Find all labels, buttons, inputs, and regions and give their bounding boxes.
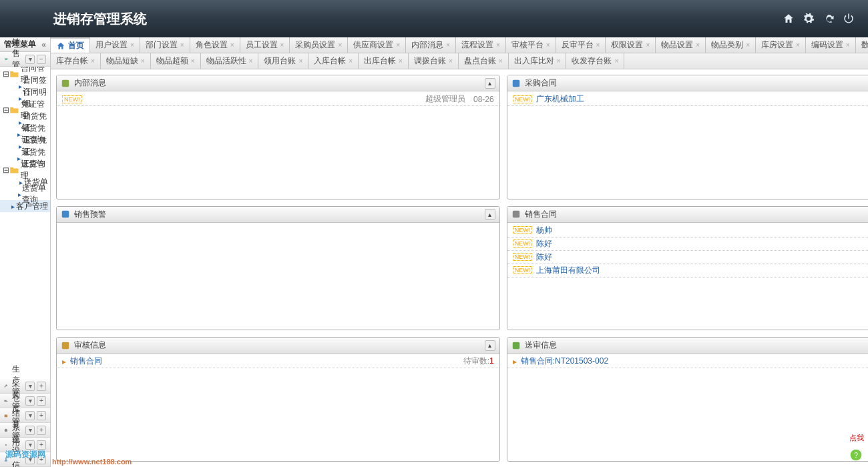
item-link[interactable]: 销售合同:NT201503-002: [521, 356, 608, 367]
tab[interactable]: 权限设置×: [606, 37, 656, 53]
close-icon[interactable]: ×: [280, 41, 284, 49]
expand-icon[interactable]: ▾: [25, 55, 35, 64]
collapse-sidebar-icon[interactable]: «: [41, 40, 46, 49]
item-link[interactable]: 销售合同: [70, 356, 102, 367]
refresh-icon[interactable]: [823, 13, 835, 25]
close-icon[interactable]: ×: [546, 41, 550, 49]
tab[interactable]: 流程设置×: [456, 37, 506, 53]
tree-folder[interactable]: ⊟送货管理: [0, 164, 50, 176]
home-icon[interactable]: [783, 13, 795, 25]
close-icon[interactable]: ×: [796, 41, 800, 49]
close-icon[interactable]: ×: [230, 41, 234, 49]
item-link[interactable]: 陈好: [536, 238, 552, 250]
help-icon[interactable]: ?: [849, 448, 863, 462]
tab[interactable]: 员工设置×: [240, 37, 290, 53]
close-icon[interactable]: ×: [846, 41, 850, 49]
close-icon[interactable]: ×: [396, 41, 400, 49]
close-icon[interactable]: ×: [91, 57, 95, 65]
tab[interactable]: 编码设置×: [806, 37, 856, 53]
tab[interactable]: 内部消息×: [406, 37, 456, 53]
panel-header: 采购合同▴: [507, 75, 868, 91]
svg-point-3: [5, 444, 7, 445]
wrench-icon: [4, 382, 8, 391]
tab[interactable]: 出库台帐×: [359, 53, 409, 69]
svg-point-4: [5, 458, 7, 459]
collapse-icon[interactable]: ▴: [485, 340, 495, 351]
list-item[interactable]: NEW!超级管理员08-26: [57, 93, 499, 106]
plus-icon[interactable]: +: [37, 382, 46, 391]
tree-item[interactable]: ▸ 客户管理: [0, 200, 50, 212]
panel-header: 销售预警▴: [57, 207, 499, 223]
tab[interactable]: 领用台账×: [258, 53, 308, 69]
close-icon[interactable]: ×: [696, 41, 700, 49]
minus-icon[interactable]: −: [37, 55, 46, 64]
close-icon[interactable]: ×: [446, 41, 450, 49]
svg-rect-1: [5, 414, 7, 417]
new-badge: NEW!: [513, 253, 533, 261]
close-icon[interactable]: ×: [130, 41, 134, 49]
close-icon[interactable]: ×: [449, 57, 453, 65]
close-icon[interactable]: ×: [141, 57, 145, 65]
close-icon[interactable]: ×: [746, 41, 750, 49]
power-icon[interactable]: [843, 13, 855, 25]
close-icon[interactable]: ×: [646, 41, 650, 49]
corner-button[interactable]: 点我: [849, 433, 864, 443]
tab[interactable]: 用户设置×: [90, 37, 140, 53]
close-icon[interactable]: ×: [349, 57, 353, 65]
collapse-icon[interactable]: ▴: [485, 78, 495, 89]
close-icon[interactable]: ×: [596, 41, 600, 49]
item-link[interactable]: 广东机械加工: [536, 93, 584, 105]
tab[interactable]: 供应商设置×: [348, 37, 406, 53]
item-link[interactable]: 上海莆田有限公司: [536, 265, 600, 276]
tab[interactable]: 收发存台账×: [566, 53, 624, 69]
close-icon[interactable]: ×: [191, 57, 195, 65]
tab[interactable]: 物品类别×: [706, 37, 756, 53]
gear-icon[interactable]: [803, 13, 815, 25]
panel-body: [57, 223, 499, 330]
list-item[interactable]: ▸销售合同:NT201503-002管理员通过: [507, 355, 868, 368]
list-item[interactable]: ▸销售合同待审数:1: [57, 355, 499, 368]
gear-icon: [4, 440, 8, 450]
tab[interactable]: 调拨台账×: [409, 53, 459, 69]
tab[interactable]: 首页: [51, 37, 90, 53]
expand-icon[interactable]: ▾: [25, 382, 35, 391]
tab[interactable]: 角色设置×: [190, 37, 240, 53]
tab[interactable]: 采购员设置×: [290, 37, 348, 53]
collapse-icon[interactable]: ▴: [485, 209, 495, 219]
list-item[interactable]: NEW!上海莆田有限公司内贸管理员03-29: [507, 264, 868, 278]
tab[interactable]: 物品活跃性×: [201, 53, 259, 69]
tab[interactable]: 物品设置×: [656, 37, 706, 53]
close-icon[interactable]: ×: [557, 57, 561, 65]
tab[interactable]: 数据字典×: [856, 37, 868, 53]
tab[interactable]: 库房设置×: [756, 37, 806, 53]
tab[interactable]: 库存台帐×: [51, 53, 101, 69]
close-icon[interactable]: ×: [499, 57, 503, 65]
svg-rect-0: [4, 400, 6, 401]
tab[interactable]: 物品超额×: [151, 53, 201, 69]
tab[interactable]: 反审平台×: [556, 37, 606, 53]
close-icon[interactable]: ×: [399, 57, 403, 65]
tab[interactable]: 出入库比对×: [509, 53, 567, 69]
accordion-sales[interactable]: 销售管理 ▾−: [0, 52, 50, 67]
tab[interactable]: 物品短缺×: [101, 53, 151, 69]
tree-leaf[interactable]: ▸ 送货单查询: [0, 188, 50, 200]
list-item[interactable]: NEW!陈好内贸管理员03-29: [507, 238, 868, 251]
new-badge: NEW!: [513, 226, 533, 234]
close-icon[interactable]: ×: [249, 57, 253, 65]
list-item[interactable]: NEW!广东机械加工正式管理员03-29: [507, 93, 868, 106]
close-icon[interactable]: ×: [298, 57, 302, 65]
item-link[interactable]: 陈好: [536, 252, 552, 263]
tab[interactable]: 入库台帐×: [308, 53, 359, 69]
close-icon[interactable]: ×: [338, 41, 342, 49]
list-item[interactable]: NEW!陈好内贸管理员03-29: [507, 251, 868, 264]
tab[interactable]: 审核平台×: [506, 37, 556, 53]
close-icon[interactable]: ×: [614, 57, 618, 65]
tab[interactable]: 部门设置×: [140, 37, 190, 53]
accordion-user[interactable]: 用户信息▾+: [0, 452, 50, 467]
close-icon[interactable]: ×: [180, 41, 184, 49]
close-icon[interactable]: ×: [496, 41, 500, 49]
tabs-primary: 首页用户设置×部门设置×角色设置×员工设置×采购员设置×供应商设置×内部消息×流…: [51, 37, 868, 53]
list-item[interactable]: NEW!杨帅内贸管理员03-29: [507, 224, 868, 238]
tab[interactable]: 盘点台账×: [459, 53, 509, 69]
item-link[interactable]: 杨帅: [536, 225, 552, 236]
